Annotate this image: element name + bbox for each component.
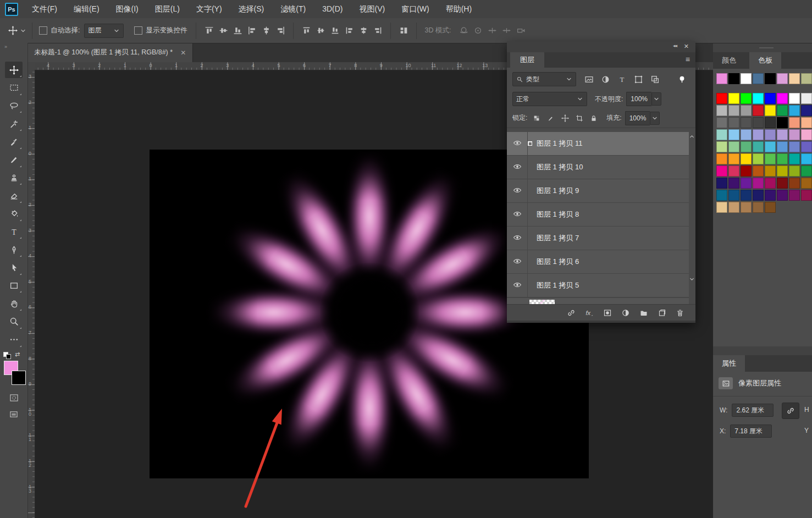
- visibility-toggle[interactable]: [507, 156, 528, 179]
- hand-tool[interactable]: [5, 295, 23, 312]
- link-dimensions-button[interactable]: [782, 403, 799, 419]
- align-left-button[interactable]: [245, 24, 259, 38]
- color-swatch[interactable]: [716, 190, 727, 201]
- color-swatch[interactable]: [753, 166, 764, 177]
- background-color-swatch[interactable]: [12, 371, 26, 385]
- color-swatch[interactable]: [789, 166, 800, 177]
- color-swatch[interactable]: [728, 202, 739, 213]
- menu-item-0[interactable]: 文件(F): [24, 4, 65, 13]
- color-swatch[interactable]: [777, 178, 788, 189]
- color-swatch[interactable]: [777, 141, 788, 152]
- 3d-camera-button[interactable]: [513, 24, 528, 38]
- distribute-bottom-button[interactable]: [328, 24, 342, 38]
- color-swatch[interactable]: [753, 190, 764, 201]
- lasso-tool[interactable]: [5, 97, 23, 114]
- visibility-toggle[interactable]: [507, 227, 528, 250]
- panel-menu-icon[interactable]: ≡: [686, 55, 690, 64]
- color-swatch[interactable]: [801, 153, 812, 164]
- opacity-field[interactable]: 100%: [626, 92, 661, 106]
- color-swatch[interactable]: [777, 129, 788, 140]
- color-swatch[interactable]: [765, 129, 776, 140]
- color-swatch[interactable]: [741, 117, 752, 128]
- color-swatch[interactable]: [753, 93, 764, 104]
- delete-layer-button[interactable]: [671, 306, 689, 319]
- adjustment-filter-icon[interactable]: [597, 73, 614, 86]
- align-hcenter-button[interactable]: [259, 24, 273, 38]
- pen-tool[interactable]: [5, 241, 23, 258]
- scroll-up-icon[interactable]: [689, 133, 694, 141]
- menu-item-1[interactable]: 编辑(E): [65, 4, 108, 13]
- toolbar-collapse-icon[interactable]: »: [0, 44, 27, 49]
- color-swatch[interactable]: [789, 105, 800, 116]
- color-swatch[interactable]: [728, 105, 739, 116]
- color-swatch[interactable]: [777, 73, 788, 84]
- color-swatch[interactable]: [728, 153, 739, 164]
- fill-value[interactable]: 100%: [625, 111, 650, 125]
- tab-properties[interactable]: 属性: [713, 355, 745, 372]
- color-swatch[interactable]: [741, 105, 752, 116]
- color-swatch[interactable]: [728, 93, 739, 104]
- x-input[interactable]: 7.18 厘米: [730, 425, 772, 438]
- filter-pin-toggle[interactable]: [673, 73, 690, 86]
- lock-all-button[interactable]: [587, 112, 601, 124]
- color-swatch[interactable]: [728, 166, 739, 177]
- tab-layers[interactable]: 图层: [510, 52, 544, 68]
- align-bottom-button[interactable]: [230, 24, 245, 38]
- clone-stamp-tool[interactable]: [5, 169, 23, 186]
- color-swatch[interactable]: [753, 129, 764, 140]
- layer-row[interactable]: 图层 1 拷贝 9: [507, 179, 689, 203]
- color-swatch[interactable]: [753, 141, 764, 152]
- color-swatch[interactable]: [728, 73, 739, 84]
- lock-transparency-button[interactable]: [529, 112, 544, 124]
- color-swatch[interactable]: [728, 141, 739, 152]
- color-swatch[interactable]: [741, 166, 752, 177]
- type-filter-icon[interactable]: T: [614, 73, 630, 86]
- magic-wand-tool[interactable]: [5, 115, 23, 132]
- 3d-rotate-button[interactable]: [456, 24, 471, 38]
- new-group-button[interactable]: [634, 306, 653, 319]
- menu-item-7[interactable]: 3D(D): [314, 4, 351, 13]
- layer-row[interactable]: 图层 1 拷贝 11: [507, 132, 689, 156]
- swap-colors-icon[interactable]: ⇄: [15, 351, 20, 358]
- color-swatch[interactable]: [765, 166, 776, 177]
- color-swatch[interactable]: [765, 153, 776, 164]
- color-swatch[interactable]: [728, 178, 739, 189]
- new-layer-button[interactable]: [653, 306, 671, 319]
- color-swatch[interactable]: [801, 129, 812, 140]
- color-swatch[interactable]: [777, 153, 788, 164]
- eraser-tool[interactable]: [5, 188, 23, 204]
- layer-row[interactable]: 图层 1 拷贝 5: [507, 274, 689, 297]
- auto-select-dropdown[interactable]: 图层: [84, 24, 124, 38]
- align-vcenter-button[interactable]: [216, 24, 230, 38]
- color-swatch[interactable]: [753, 202, 764, 213]
- color-swatch[interactable]: [789, 93, 800, 104]
- auto-select-checkbox[interactable]: [39, 26, 47, 35]
- color-swatch[interactable]: [801, 73, 812, 84]
- fill-field[interactable]: 100%: [625, 111, 660, 125]
- collapse-panel-icon[interactable]: ◂◂: [673, 43, 677, 48]
- menu-item-5[interactable]: 选择(S): [230, 4, 273, 13]
- color-swatch[interactable]: [716, 73, 727, 84]
- quick-mask-button[interactable]: [6, 392, 21, 404]
- color-swatch[interactable]: [765, 73, 776, 84]
- visibility-toggle[interactable]: [507, 203, 528, 226]
- layer-row[interactable]: 图层 1 拷贝 10: [507, 156, 689, 179]
- more-tool[interactable]: [5, 332, 23, 348]
- 3d-slide-button[interactable]: [499, 24, 513, 38]
- color-swatch[interactable]: [765, 117, 776, 128]
- marquee-tool[interactable]: [5, 80, 23, 96]
- brush-tool[interactable]: [5, 152, 23, 168]
- color-swatch[interactable]: [753, 105, 764, 116]
- color-swatch[interactable]: [765, 105, 776, 116]
- color-swatch[interactable]: [789, 153, 800, 164]
- lock-pixels-button[interactable]: [544, 112, 558, 124]
- visibility-toggle[interactable]: [507, 179, 528, 202]
- pixel-filter-icon[interactable]: [581, 73, 597, 86]
- color-swatch[interactable]: [777, 190, 788, 201]
- color-swatch[interactable]: [716, 129, 727, 140]
- eyedropper-tool[interactable]: [5, 134, 23, 150]
- chevron-down-icon[interactable]: [651, 92, 661, 106]
- color-swatch[interactable]: [728, 190, 739, 201]
- color-swatch[interactable]: [716, 105, 727, 116]
- 3d-pan-button[interactable]: [485, 24, 499, 38]
